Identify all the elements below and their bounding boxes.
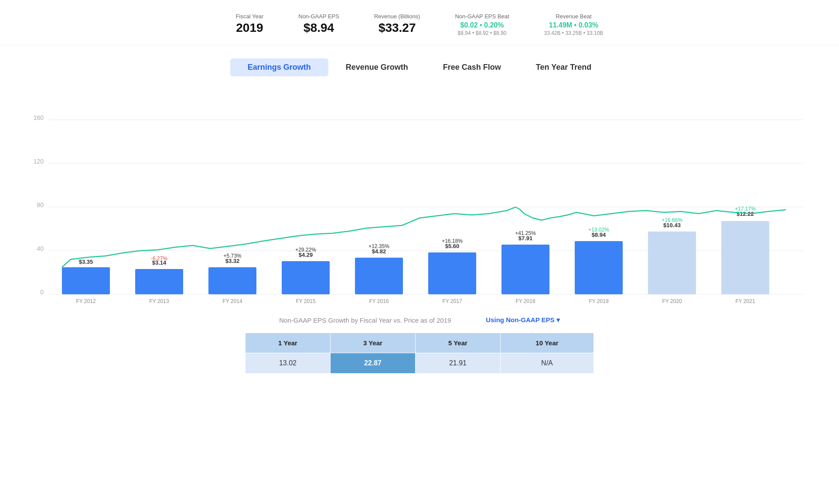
eps-beat-value: $0.02 • 0.20% — [455, 21, 509, 29]
tab-revenue-growth[interactable]: Revenue Growth — [328, 58, 426, 76]
eps-beat-label: Non-GAAP EPS Beat — [455, 13, 509, 20]
svg-text:+16.18%: +16.18% — [442, 238, 463, 244]
using-non-gaap-eps[interactable]: Using Non-GAAP EPS — [486, 316, 559, 324]
value-1year: 13.02 — [246, 353, 331, 374]
chart-subtitle: Non-GAAP EPS Growth by Fiscal Year vs. P… — [279, 317, 451, 324]
svg-text:-6.27%: -6.27% — [151, 255, 167, 262]
tab-ten-year-trend[interactable]: Ten Year Trend — [518, 58, 609, 76]
fiscal-year-value: 2019 — [236, 21, 264, 35]
svg-text:+5.73%: +5.73% — [223, 253, 241, 259]
svg-text:FY 2015: FY 2015 — [296, 298, 315, 304]
bar-fy2019 — [575, 241, 623, 294]
bar-fy2017 — [428, 252, 476, 294]
svg-text:+41.25%: +41.25% — [515, 230, 536, 236]
value-5year: 21.91 — [415, 353, 500, 374]
tab-earnings-growth[interactable]: Earnings Growth — [230, 58, 328, 76]
value-10year: N/A — [500, 353, 593, 374]
svg-text:FY 2012: FY 2012 — [76, 298, 95, 304]
col-header-1year: 1 Year — [246, 333, 331, 353]
bar-fy2013 — [135, 269, 183, 294]
chart-tabs: Earnings Growth Revenue Growth Free Cash… — [0, 45, 839, 81]
svg-text:FY 2018: FY 2018 — [515, 298, 535, 304]
eps-beat-stat: Non-GAAP EPS Beat $0.02 • 0.20% $8.94 • … — [455, 13, 509, 36]
non-gaap-eps-label: Non-GAAP EPS — [298, 13, 339, 20]
chart-svg: 0 40 80 120 160 $3.35 FY 2012 $3.14 -6.2… — [26, 89, 813, 316]
svg-text:FY 2019: FY 2019 — [589, 298, 608, 304]
svg-text:160: 160 — [34, 114, 44, 121]
svg-text:+13.02%: +13.02% — [588, 227, 609, 233]
col-header-3year: 3 Year — [330, 333, 415, 353]
svg-text:0: 0 — [40, 289, 44, 296]
revenue-beat-stat: Revenue Beat 11.49M • 0.03% 33.42B • 33.… — [544, 13, 604, 36]
svg-text:FY 2021: FY 2021 — [735, 298, 755, 304]
chart-footer: Non-GAAP EPS Growth by Fiscal Year vs. P… — [0, 316, 839, 324]
tab-free-cash-flow[interactable]: Free Cash Flow — [426, 58, 518, 76]
svg-text:$3.35: $3.35 — [79, 259, 93, 265]
bar-fy2018 — [501, 245, 549, 294]
col-header-10year: 10 Year — [500, 333, 593, 353]
bar-fy2012 — [62, 267, 110, 294]
bar-fy2020 — [648, 232, 696, 294]
bar-fy2015 — [282, 261, 330, 294]
revenue-beat-value: 11.49M • 0.03% — [544, 21, 604, 29]
svg-text:FY 2014: FY 2014 — [222, 298, 242, 304]
col-header-5year: 5 Year — [415, 333, 500, 353]
svg-text:FY 2017: FY 2017 — [442, 298, 462, 304]
svg-text:120: 120 — [34, 158, 44, 165]
revenue-beat-label: Revenue Beat — [544, 13, 604, 20]
non-gaap-eps-value: $8.94 — [298, 21, 339, 35]
fiscal-year-label: Fiscal Year — [236, 13, 264, 20]
main-chart: 0 40 80 120 160 $3.35 FY 2012 $3.14 -6.2… — [26, 89, 813, 316]
top-stats-bar: Fiscal Year 2019 Non-GAAP EPS $8.94 Reve… — [0, 0, 839, 45]
svg-text:FY 2016: FY 2016 — [369, 298, 389, 304]
svg-text:+29.22%: +29.22% — [295, 247, 316, 253]
growth-table: 1 Year 3 Year 5 Year 10 Year 13.02 22.87… — [245, 333, 594, 374]
fiscal-year-stat: Fiscal Year 2019 — [236, 13, 264, 36]
value-3year: 22.87 — [330, 353, 415, 374]
revenue-stat: Revenue (Billions) $33.27 — [374, 13, 420, 36]
revenue-beat-sub: 33.42B • 33.25B • 33.10B — [544, 30, 604, 36]
svg-text:+17.17%: +17.17% — [735, 206, 756, 212]
revenue-value: $33.27 — [374, 21, 420, 35]
svg-text:+12.35%: +12.35% — [368, 243, 389, 249]
non-gaap-eps-stat: Non-GAAP EPS $8.94 — [298, 13, 339, 36]
bar-fy2021 — [721, 221, 769, 294]
bar-fy2016 — [355, 258, 403, 294]
svg-text:+16.66%: +16.66% — [662, 217, 682, 223]
bar-fy2014 — [208, 267, 256, 294]
svg-text:FY 2020: FY 2020 — [662, 298, 682, 304]
svg-text:FY 2013: FY 2013 — [149, 298, 169, 304]
revenue-label: Revenue (Billions) — [374, 13, 420, 20]
svg-text:40: 40 — [37, 245, 44, 252]
eps-beat-sub: $8.94 • $8.92 • $8.90 — [455, 30, 509, 36]
svg-text:80: 80 — [37, 201, 44, 208]
